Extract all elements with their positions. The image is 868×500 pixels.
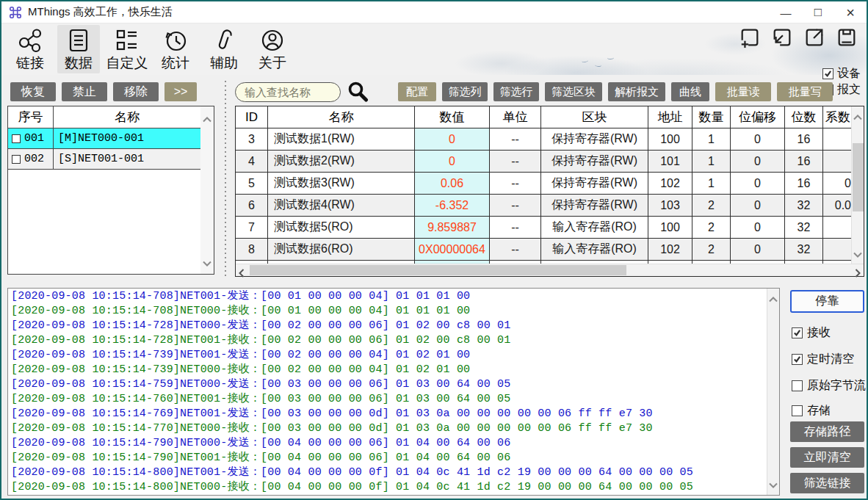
table-cell-bits: 16	[785, 173, 823, 194]
table-cell-id: 6	[236, 195, 268, 216]
device-row[interactable]: 002[S]NET001-001	[8, 149, 200, 170]
export-icon[interactable]	[803, 26, 825, 51]
dock-button[interactable]: 停靠	[790, 290, 864, 313]
log-line: [2020-09-08 10:15:14-728]NET000-发送：[00 0…	[11, 319, 764, 333]
app-window: MThings 高效工作，快乐生活 — □ × 链接	[0, 0, 868, 500]
restore-button[interactable]: 恢复	[10, 82, 56, 101]
data-table-header: ID名称数值单位区块地址数量位偏移位数系数	[236, 106, 851, 128]
save-icon[interactable]	[836, 26, 858, 51]
table-cell-name: 测试数据3(RW)	[268, 173, 415, 194]
filter-columns-button[interactable]: 筛选列	[442, 82, 488, 101]
log-scrollbar[interactable]	[767, 289, 779, 495]
table-cell-bits: 32	[785, 195, 823, 216]
device-table-header: 序号 名称	[8, 106, 200, 128]
row-checkbox[interactable]	[12, 134, 21, 143]
maximize-button[interactable]: □	[802, 1, 834, 23]
scroll-down-icon[interactable]	[769, 478, 778, 491]
title-bar: MThings 高效工作，快乐生活 — □ ×	[1, 1, 867, 23]
scroll-right-icon[interactable]	[855, 267, 861, 280]
minimize-button[interactable]: —	[770, 1, 802, 23]
scroll-down-icon[interactable]	[203, 256, 211, 269]
timed-clear-checkbox[interactable]: 定时清空	[792, 352, 854, 367]
toolbar-item-link[interactable]: 链接	[9, 25, 51, 73]
data-action-row: 配置 筛选列 筛选行 筛选区块 解析报文 曲线 批量读 批量写	[398, 82, 833, 101]
column-header[interactable]: 地址	[648, 106, 692, 128]
column-header[interactable]: 数量	[692, 106, 731, 128]
batch-read-button[interactable]: 批量读	[715, 82, 771, 101]
table-cell-bits: 16	[785, 151, 823, 172]
table-row[interactable]: 3测试数据1(RW)0--保持寄存器(RW)1001016	[236, 128, 851, 151]
remove-button[interactable]: 移除	[113, 82, 159, 101]
column-header-name: 名称	[54, 106, 200, 128]
panel-splitter[interactable]	[225, 81, 226, 276]
column-header[interactable]: 位数	[785, 106, 823, 128]
table-row[interactable]: 6测试数据4(RW)-6.352--保持寄存器(RW)10320320.0	[236, 195, 851, 217]
table-cell-coef: 0	[823, 173, 851, 194]
filter-links-button[interactable]: 筛选链接	[790, 473, 864, 493]
toolbar-item-stats[interactable]: 统计	[154, 25, 197, 73]
filter-rows-button[interactable]: 筛选行	[493, 82, 539, 101]
table-cell-unit: --	[490, 173, 541, 194]
raw-bytes-checkbox[interactable]: 原始字节流	[792, 378, 866, 394]
log-line: [2020-09-08 10:15:14-728]NET001-接收：[00 0…	[11, 333, 764, 348]
table-cell-value: -6.352	[415, 195, 490, 216]
storage-path-button[interactable]: 存储路径	[790, 421, 864, 442]
column-header[interactable]: 名称	[268, 106, 415, 128]
device-number: 002	[24, 153, 44, 165]
import-icon[interactable]	[771, 26, 793, 51]
config-button[interactable]: 配置	[398, 82, 436, 101]
column-header[interactable]: 位偏移	[731, 106, 785, 128]
search-input[interactable]	[235, 82, 341, 102]
column-header[interactable]: 区块	[541, 106, 648, 128]
scroll-left-icon[interactable]	[239, 267, 245, 280]
close-button[interactable]: ×	[834, 1, 867, 23]
search-icon[interactable]	[347, 81, 369, 103]
log-panel: [2020-09-08 10:15:14-708]NET001-发送：[00 0…	[7, 288, 780, 496]
toolbar-item-data[interactable]: 数据	[57, 25, 100, 73]
parse-message-button[interactable]: 解析报文	[608, 82, 665, 101]
toolbar-item-assist[interactable]: 辅助	[203, 25, 245, 73]
device-button-row: 恢复 禁止 移除 >>	[10, 82, 197, 101]
table-cell-bits: 32	[785, 217, 823, 238]
receive-checkbox[interactable]: 接收	[792, 325, 831, 341]
disable-button[interactable]: 禁止	[62, 82, 107, 101]
table-cell-unit: --	[490, 217, 541, 238]
toolbar: 链接 数据 自定义 统计	[1, 23, 867, 75]
scrollbar-thumb[interactable]	[250, 265, 626, 275]
scrollbar-thumb[interactable]	[853, 143, 864, 211]
device-name: [S]NET001-001	[58, 153, 144, 165]
column-header[interactable]: ID	[236, 106, 268, 128]
scroll-down-icon[interactable]	[853, 247, 862, 261]
toolbar-item-about[interactable]: 关于	[251, 25, 294, 73]
device-table-scrollbar[interactable]	[200, 106, 214, 274]
log-line: [2020-09-08 10:15:14-760]NET001-接收：[00 0…	[11, 392, 764, 407]
scroll-up-icon[interactable]	[853, 110, 862, 123]
column-header[interactable]: 系数	[823, 106, 851, 128]
log-output[interactable]: [2020-09-08 10:15:14-708]NET001-发送：[00 0…	[11, 289, 764, 494]
table-row[interactable]: 5测试数据3(RW)0.06--保持寄存器(RW)10210160	[236, 173, 851, 195]
new-window-icon[interactable]	[739, 26, 761, 51]
scroll-up-icon[interactable]	[769, 292, 778, 305]
table-row[interactable]: 4测试数据2(RW)0--保持寄存器(RW)1011016	[236, 151, 851, 173]
table-cell-addr: 103	[648, 195, 692, 216]
scroll-up-icon[interactable]	[203, 112, 211, 126]
column-header[interactable]: 单位	[490, 106, 541, 128]
clear-now-button[interactable]: 立即清空	[790, 447, 864, 468]
toolbar-item-custom[interactable]: 自定义	[106, 25, 148, 73]
device-name: [M]NET000-001	[58, 132, 144, 145]
data-table-horizontal-scrollbar[interactable]	[236, 264, 864, 276]
curve-button[interactable]: 曲线	[671, 82, 709, 101]
device-row[interactable]: 001[M]NET000-001	[8, 128, 200, 149]
table-cell-block: 保持寄存器(RW)	[541, 173, 648, 194]
log-line: [2020-09-08 10:15:14-769]NET001-发送：[00 0…	[11, 407, 764, 421]
row-checkbox[interactable]	[12, 155, 21, 164]
data-table-vertical-scrollbar[interactable]	[851, 106, 864, 264]
storage-checkbox[interactable]: 存储	[792, 403, 831, 419]
column-header[interactable]: 数值	[415, 106, 490, 128]
table-row[interactable]: 8测试数据6(RO)0X00000064--输入寄存器(RO)1022032	[236, 239, 851, 261]
batch-write-button[interactable]: 批量写	[777, 82, 833, 101]
table-row[interactable]: 7测试数据5(RO)9.859887--输入寄存器(RO)1002032	[236, 217, 851, 239]
device-checkbox[interactable]: 设备	[822, 66, 861, 81]
expand-button[interactable]: >>	[164, 82, 197, 101]
filter-blocks-button[interactable]: 筛选区块	[545, 82, 602, 101]
